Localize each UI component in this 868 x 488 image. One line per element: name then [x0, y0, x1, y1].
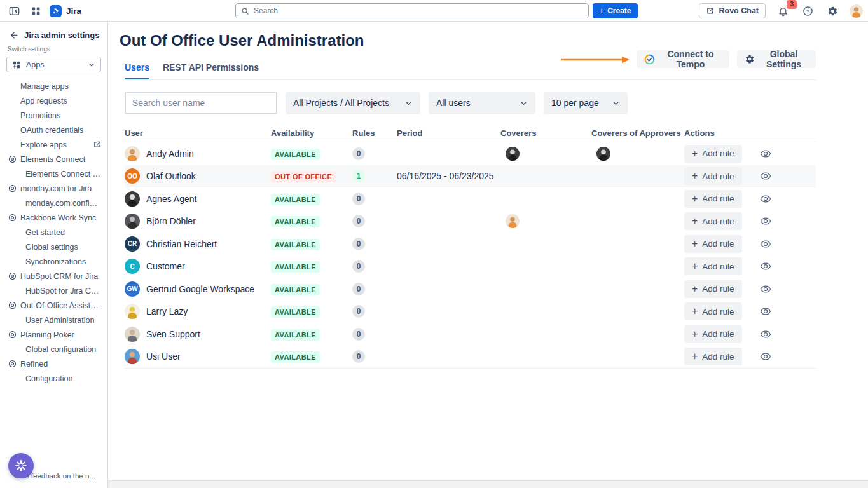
- plus-icon: +: [599, 6, 604, 15]
- sidebar-item-elements-connect-ad[interactable]: Elements Connect ad...: [0, 166, 107, 181]
- create-button[interactable]: + Create: [593, 3, 638, 18]
- add-rule-button[interactable]: +Add rule: [684, 302, 742, 320]
- apps-grid-icon: [12, 60, 21, 69]
- sidebar-item-label: Elements Connect: [20, 155, 101, 164]
- eye-icon[interactable]: [760, 148, 771, 159]
- rovo-chat-button[interactable]: Rovo Chat: [699, 3, 766, 18]
- add-rule-button[interactable]: +Add rule: [684, 190, 742, 208]
- sidebar-item-app-requests[interactable]: App requests: [0, 93, 107, 108]
- column-header-availability: Availability: [271, 128, 352, 138]
- search-user-input[interactable]: [125, 92, 277, 114]
- add-rule-button[interactable]: +Add rule: [684, 257, 742, 275]
- svg-text:?: ?: [806, 8, 809, 14]
- global-search-input[interactable]: Search: [235, 3, 589, 18]
- jira-logo-icon: [50, 5, 62, 17]
- sidebar-item-explore-apps[interactable]: Explore apps: [0, 137, 107, 152]
- orange-pointer-arrow: [560, 55, 631, 67]
- connect-to-tempo-button[interactable]: Connect to Tempo: [637, 50, 729, 68]
- connect-to-tempo-label: Connect to Tempo: [659, 49, 722, 69]
- user-name: Björn Döhler: [146, 216, 196, 226]
- notifications-bell-icon[interactable]: 3: [775, 3, 790, 18]
- actions-cell: +Add rule: [684, 325, 816, 343]
- app-target-icon: [8, 301, 17, 309]
- sidebar-item-promotions[interactable]: Promotions: [0, 108, 107, 123]
- table-row: Björn DöhlerAVAILABLE0+Add rule: [125, 210, 816, 233]
- column-header-coverers-of-approvers: Coverers of Approvers: [591, 128, 684, 138]
- tab-rest-api-permissions[interactable]: REST API Permissions: [163, 62, 259, 79]
- back-arrow-icon[interactable]: [8, 29, 19, 41]
- apps-dropdown[interactable]: Apps: [6, 57, 101, 72]
- page-size-dropdown[interactable]: 10 per page: [544, 92, 628, 114]
- sidebar-item-label: monday.com configur...: [25, 199, 101, 208]
- sidebar-item-configuration[interactable]: Configuration: [0, 371, 107, 386]
- assistant-fab-button[interactable]: [8, 453, 34, 478]
- eye-icon[interactable]: [760, 306, 771, 317]
- user-avatar[interactable]: [850, 4, 863, 18]
- app-target-icon: [8, 155, 17, 163]
- add-rule-button[interactable]: +Add rule: [684, 235, 742, 253]
- app-switcher-icon[interactable]: [28, 3, 43, 18]
- add-rule-button[interactable]: +Add rule: [684, 325, 742, 343]
- sidebar-item-elements-connect[interactable]: Elements Connect: [0, 152, 107, 166]
- sidebar-item-global-settings[interactable]: Global settings: [0, 240, 107, 254]
- eye-icon[interactable]: [760, 193, 771, 205]
- sidebar-item-global-configuration[interactable]: Global configuration: [0, 342, 107, 356]
- actions-cell: +Add rule: [684, 302, 816, 320]
- rovo-chat-label: Rovo Chat: [719, 6, 759, 15]
- sidebar-item-planning-poker[interactable]: Planning Poker: [0, 327, 107, 342]
- eye-icon[interactable]: [760, 351, 771, 362]
- column-header-user: User: [125, 128, 271, 138]
- eye-icon[interactable]: [760, 261, 771, 272]
- eye-icon[interactable]: [760, 238, 771, 250]
- eye-icon[interactable]: [760, 283, 771, 295]
- sidebar-item-hubspot-for-jira-confi[interactable]: HubSpot for Jira Confi...: [0, 283, 107, 298]
- user-cell: Larry Lazy: [125, 304, 271, 319]
- add-rule-button[interactable]: +Add rule: [684, 280, 742, 298]
- availability-badge: AVAILABLE: [271, 284, 320, 295]
- sidebar-item-manage-apps[interactable]: Manage apps: [0, 79, 107, 93]
- availability-badge: AVAILABLE: [271, 329, 320, 341]
- add-rule-button[interactable]: +Add rule: [684, 212, 742, 230]
- global-settings-button[interactable]: Global Settings: [737, 50, 816, 68]
- project-filter-dropdown[interactable]: All Projects / All Projects: [286, 92, 420, 114]
- add-rule-label: Add rule: [702, 307, 734, 316]
- eye-icon[interactable]: [760, 215, 771, 227]
- sven-avatar: [125, 327, 140, 342]
- add-rule-label: Add rule: [702, 194, 734, 203]
- search-icon: [241, 7, 249, 15]
- help-icon[interactable]: ?: [800, 3, 815, 18]
- add-rule-button[interactable]: +Add rule: [684, 348, 742, 365]
- coverers-cell: [500, 147, 591, 161]
- sidebar-item-monday-com-for-jira[interactable]: monday.com for Jira: [0, 181, 107, 196]
- jira-logo[interactable]: Jira: [50, 5, 81, 17]
- table-row: GWGertrud Google WorkspaceAVAILABLE0+Add…: [125, 278, 816, 301]
- eye-icon[interactable]: [760, 170, 771, 182]
- sidebar-item-monday-com-configur[interactable]: monday.com configur...: [0, 196, 107, 210]
- add-rule-button[interactable]: +Add rule: [684, 145, 742, 163]
- chevron-down-icon: [520, 99, 528, 107]
- collapse-sidebar-icon[interactable]: [6, 3, 22, 18]
- external-link-icon: [93, 140, 101, 149]
- sidebar-item-refined[interactable]: Refined: [0, 356, 107, 371]
- sidebar-item-out-of-office-assistant[interactable]: Out-Of-Office Assistant: [0, 298, 107, 313]
- sidebar-item-hubspot-crm-for-jira[interactable]: HubSpot CRM for Jira: [0, 269, 107, 283]
- sidebar-item-user-administration[interactable]: User Administration: [0, 313, 107, 327]
- sidebar-item-oauth-credentials[interactable]: OAuth credentials: [0, 123, 107, 137]
- sidebar-item-synchronizations[interactable]: Synchronizations: [0, 254, 107, 269]
- add-rule-label: Add rule: [702, 284, 734, 294]
- user-filter-dropdown[interactable]: All users: [429, 92, 535, 114]
- add-rule-button[interactable]: +Add rule: [684, 167, 742, 185]
- larry-avatar: [125, 304, 140, 319]
- sidebar-item-get-started[interactable]: Get started: [0, 225, 107, 240]
- user-cell: Usi User: [125, 349, 271, 364]
- settings-gear-icon[interactable]: [825, 3, 840, 18]
- horizontal-scrollbar[interactable]: [108, 480, 868, 488]
- actions-cell: +Add rule: [684, 235, 816, 253]
- eye-icon[interactable]: [760, 329, 771, 340]
- customer-avatar: C: [125, 259, 140, 274]
- apps-dropdown-label: Apps: [26, 60, 83, 69]
- tab-users[interactable]: Users: [125, 62, 149, 79]
- add-rule-label: Add rule: [702, 149, 734, 158]
- sidebar-item-label: Elements Connect ad...: [25, 170, 101, 179]
- sidebar-item-backbone-work-sync[interactable]: Backbone Work Sync: [0, 210, 107, 225]
